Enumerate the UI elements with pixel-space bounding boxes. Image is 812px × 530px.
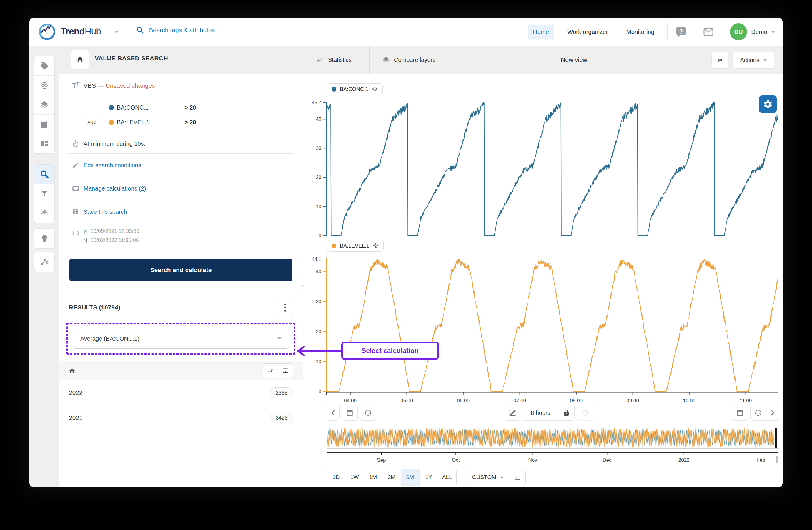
pan-right-button[interactable]	[766, 405, 779, 421]
sort-button[interactable]	[263, 364, 278, 378]
svg-text:05:00: 05:00	[401, 398, 413, 403]
trend-chart-canvas[interactable]: 45.740302010044.140302010004:0005:0006:0…	[303, 46, 783, 487]
divider	[127, 23, 127, 41]
calculation-icon	[40, 81, 49, 90]
calculation-select[interactable]: Average (BA:CONC.1)	[73, 329, 289, 349]
panel-home-button[interactable]	[71, 50, 89, 69]
result-count-badge: 2368	[270, 388, 293, 399]
duration-control: 8 hours	[523, 405, 575, 421]
svg-text:2022: 2022	[679, 457, 690, 463]
custom-range-button[interactable]: CUSTOM	[466, 469, 510, 486]
rename-icon[interactable]: TT	[68, 82, 84, 90]
end-calendar-button[interactable]	[732, 405, 748, 421]
app-title: TrendHub	[61, 26, 101, 37]
results-menu-button[interactable]	[277, 297, 293, 318]
calendar-icon	[736, 409, 744, 417]
user-chevron-down-icon	[771, 31, 775, 33]
fit-vertical-icon	[514, 474, 521, 481]
save-icon	[72, 208, 79, 215]
result-count-badge: 8426	[270, 413, 293, 423]
chevron-left-icon	[331, 410, 335, 416]
sidebar-item-layers[interactable]	[34, 95, 55, 114]
preset-6m[interactable]: 6M	[401, 469, 420, 486]
result-row[interactable]: 2021 8426	[59, 405, 303, 431]
svg-text:Sep: Sep	[377, 457, 386, 463]
global-search-input[interactable]	[148, 26, 314, 34]
preset-all[interactable]: ALL	[438, 469, 456, 486]
step-chart-button[interactable]	[505, 405, 520, 421]
tag-icon	[40, 61, 49, 70]
tab-monitoring[interactable]: Monitoring	[621, 25, 660, 39]
edit-search-conditions-link[interactable]: Edit search conditions	[59, 154, 303, 177]
preset-3m[interactable]: 3M	[382, 469, 401, 486]
mail-icon[interactable]	[702, 26, 714, 38]
select-calculation-callout: Select calculation	[341, 341, 439, 360]
end-time-button[interactable]	[750, 405, 766, 421]
home-icon[interactable]	[69, 367, 75, 374]
timeline-left-controls	[327, 405, 376, 421]
clock-icon	[364, 409, 372, 417]
sidebar-item-tags[interactable]	[34, 56, 55, 76]
svg-text:Feb: Feb	[756, 457, 765, 463]
svg-text:08:00: 08:00	[570, 398, 582, 403]
sidebar-item-calculations[interactable]	[34, 76, 55, 95]
svg-text:30: 30	[316, 145, 321, 151]
search-icon	[40, 170, 49, 179]
collapse-button[interactable]	[278, 364, 293, 378]
search-time-range[interactable]: |<10/08/2021 12:35:06 >|10/02/2022 11:35…	[59, 223, 303, 249]
pan-left-button[interactable]	[327, 405, 339, 421]
sidebar-item-value-search[interactable]	[34, 165, 55, 184]
sidebar-item-filter[interactable]	[34, 184, 55, 204]
help-icon[interactable]: ?	[675, 26, 687, 38]
svg-text:0: 0	[319, 389, 321, 394]
history-button[interactable]	[577, 405, 593, 421]
svg-text:40: 40	[316, 269, 321, 274]
svg-text:09:00: 09:00	[626, 398, 639, 403]
svg-text:Dec: Dec	[603, 457, 612, 463]
sidebar-item-dashboard[interactable]	[34, 134, 55, 153]
svg-text:04:00: 04:00	[344, 398, 357, 403]
logo-zigzag-icon	[39, 24, 52, 37]
home-icon	[76, 55, 84, 64]
results-list-header	[59, 361, 303, 380]
lock-duration-button[interactable]	[558, 405, 574, 420]
sidebar-item-comments[interactable]	[34, 114, 55, 134]
search-and-calculate-button[interactable]: Search and calculate	[70, 259, 292, 281]
and-operator-badge: AND	[84, 118, 100, 126]
condition-row[interactable]: AND BA:LEVEL.1 > 20	[59, 115, 303, 129]
sidebar-item-context[interactable]	[34, 252, 55, 272]
condition-row[interactable]: BA:CONC.1 > 20	[59, 100, 303, 115]
fit-range-button[interactable]	[510, 469, 525, 486]
step-chart-icon	[508, 409, 517, 417]
result-row[interactable]: 2022 2368	[59, 380, 303, 405]
logo-chevron-down-icon[interactable]	[114, 31, 119, 33]
tab-home[interactable]: Home	[527, 25, 554, 39]
svg-text:44.1: 44.1	[312, 256, 321, 262]
sort-desc-icon	[267, 367, 274, 374]
preset-1y[interactable]: 1Y	[420, 469, 438, 486]
duration-condition: At minimum during 10s.	[84, 140, 145, 147]
overview-strip[interactable]	[327, 427, 779, 449]
tab-work-organizer[interactable]: Work organizer	[562, 25, 613, 39]
sidebar-item-recommendations[interactable]	[34, 229, 55, 248]
preset-1d[interactable]: 1D	[327, 469, 345, 486]
avatar: DU	[730, 23, 747, 40]
svg-text:10: 10	[316, 204, 321, 209]
preset-1m[interactable]: 1M	[364, 469, 382, 486]
sidebar-item-fingerprint[interactable]	[34, 204, 55, 223]
svg-text:11:00: 11:00	[740, 398, 752, 403]
graph-nodes-icon	[40, 257, 49, 266]
save-search-link[interactable]: Save this search	[59, 200, 303, 223]
duration-label[interactable]: 8 hours	[523, 409, 558, 416]
results-title: RESULTS (10794)	[69, 304, 120, 311]
start-time-button[interactable]	[360, 405, 376, 421]
svg-text:10: 10	[316, 359, 321, 364]
start-calendar-button[interactable]	[342, 405, 358, 421]
callout-arrow	[294, 344, 344, 358]
chevron-right-icon	[770, 410, 775, 416]
user-menu[interactable]: DU Demo	[730, 23, 775, 40]
svg-text:20: 20	[316, 329, 321, 334]
preset-1w[interactable]: 1W	[345, 469, 364, 486]
user-name: Demo	[751, 28, 767, 35]
manage-calculations-link[interactable]: Manage calculations (2)	[59, 177, 303, 200]
